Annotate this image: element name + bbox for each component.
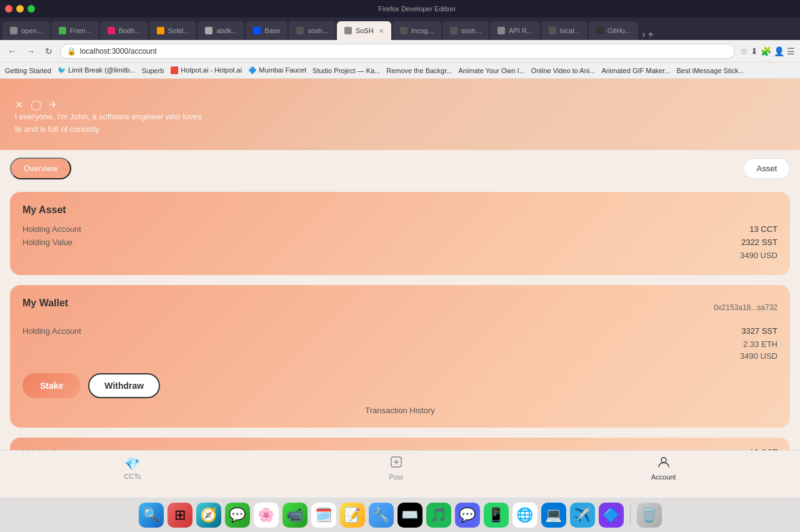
wallet-header: My Wallet 0x2153a18...sa732 <box>22 298 778 318</box>
new-tab-button[interactable]: + <box>648 29 653 40</box>
tab-8-active[interactable]: SoSH ✕ <box>337 21 391 40</box>
nav-account[interactable]: Account <box>651 455 676 481</box>
page-content: ✕ ◯ ✈ l everyone, I'm John, a software e… <box>0 79 800 520</box>
social-icons: ✕ ◯ ✈ <box>15 99 785 111</box>
bookmark-7[interactable]: Remove the Backgr... <box>386 67 452 74</box>
download-icon[interactable]: ⬇ <box>751 46 758 56</box>
tab-7[interactable]: sosh... <box>289 21 335 40</box>
tab-favicon-7 <box>296 27 304 34</box>
dock-whatsapp[interactable]: 📱 <box>484 503 509 528</box>
telegram-icon[interactable]: ✈ <box>49 99 58 111</box>
tab-3[interactable]: Bodh... <box>100 21 148 40</box>
tab-label-3: Bodh... <box>119 27 141 34</box>
star-icon[interactable]: ☆ <box>740 46 748 56</box>
instagram-icon[interactable]: ◯ <box>31 99 42 111</box>
dock-obsidian[interactable]: 🔷 <box>599 503 624 528</box>
tab-favicon-4 <box>157 27 164 34</box>
close-button[interactable] <box>5 5 12 13</box>
dock-photos[interactable]: 🌸 <box>254 503 279 528</box>
bookmark-5[interactable]: 🔷 Mumbai Faucet <box>248 66 306 74</box>
tab-9[interactable]: Incog... <box>392 21 441 40</box>
bio-line-1: l everyone, I'm John, a software enginee… <box>15 111 785 123</box>
maximize-button[interactable] <box>28 5 35 13</box>
nav-post[interactable]: Post <box>389 455 403 481</box>
dock-telegram[interactable]: ✈️ <box>570 503 595 528</box>
tab-6[interactable]: Base <box>246 21 288 40</box>
tab-label-5: abdk... <box>216 27 237 34</box>
profile-icon[interactable]: 👤 <box>774 46 784 56</box>
tab-favicon-9 <box>400 27 408 34</box>
dock-notes[interactable]: 📝 <box>340 503 365 528</box>
security-icon: 🔒 <box>67 47 76 56</box>
url-bar[interactable]: 🔒 localhost:3000/account <box>60 44 735 59</box>
holding-value-row: Holding Value 2322 SST <box>22 238 778 247</box>
ccts-label: CCTs <box>124 473 141 480</box>
dock-terminal[interactable]: ⌨️ <box>398 503 422 528</box>
tab-5[interactable]: abdk... <box>198 21 244 40</box>
dock-launchpad[interactable]: ⊞ <box>168 503 192 528</box>
tab-controls[interactable]: › + <box>642 29 654 40</box>
bookmark-1[interactable]: Getting Started <box>5 67 51 74</box>
account-icon <box>657 455 671 472</box>
holding-account-value: 13 CCT <box>749 224 778 234</box>
x-icon[interactable]: ✕ <box>15 99 23 111</box>
toolbar-icons: ☆ ⬇ 🧩 👤 ☰ <box>740 46 795 56</box>
dock-discord[interactable]: 💬 <box>455 503 480 528</box>
menu-icon[interactable]: ☰ <box>787 46 795 56</box>
tab-favicon-12 <box>549 27 556 34</box>
tab-label-12: local... <box>560 27 580 34</box>
bookmark-11[interactable]: Best iMessage Stick... <box>676 67 744 74</box>
forward-button[interactable]: → <box>24 45 38 58</box>
wallet-usd-row: 3490 USD <box>22 351 778 363</box>
withdraw-button[interactable]: Withdraw <box>88 373 160 398</box>
ccts-icon: 💎 <box>124 456 140 471</box>
tab-label-13: GitHu... <box>608 27 631 34</box>
bookmark-3[interactable]: Superb <box>142 67 164 74</box>
minimize-button[interactable] <box>16 5 24 13</box>
dock-vscode[interactable]: 💻 <box>541 503 566 528</box>
my-asset-card: My Asset Holding Account 13 CCT Holding … <box>10 192 790 275</box>
dock-spotify[interactable]: 🎵 <box>426 503 451 528</box>
traffic-lights[interactable] <box>5 5 35 13</box>
dock-xcode[interactable]: 🔧 <box>369 503 394 528</box>
browser-title: Firefox Developer Edition <box>39 5 795 13</box>
dock-finder[interactable]: 🔍 <box>139 503 164 528</box>
stake-button[interactable]: Stake <box>22 373 81 398</box>
overview-tab[interactable]: Overview <box>10 158 71 179</box>
bookmark-6[interactable]: Studio Project — Ka... <box>312 67 380 74</box>
tx-history-link[interactable]: Transaction History <box>22 406 778 415</box>
asset-tab[interactable]: Asset <box>743 158 790 179</box>
dock-trash[interactable]: 🗑️ <box>637 503 662 528</box>
dock-safari[interactable]: 🧭 <box>196 503 221 528</box>
tab-4[interactable]: Solid... <box>149 21 197 40</box>
back-button[interactable]: ← <box>5 45 19 58</box>
dock-messages[interactable]: 💬 <box>225 503 250 528</box>
tab-13[interactable]: GitHu... <box>589 21 638 40</box>
page-header: ✕ ◯ ✈ l everyone, I'm John, a software e… <box>0 79 800 150</box>
tab-12[interactable]: local... <box>541 21 588 40</box>
holding-value-usd-row: 3490 USD <box>22 251 778 263</box>
dock-calendar[interactable]: 🗓️ <box>311 503 336 528</box>
wallet-address: 0x2153a18...sa732 <box>714 303 778 312</box>
reload-button[interactable]: ↻ <box>42 45 55 58</box>
bookmark-10[interactable]: Animated GIF Maker... <box>601 67 670 74</box>
dock-chrome[interactable]: 🌐 <box>512 503 538 528</box>
wallet-holding-label: Holding Account <box>22 326 81 336</box>
bookmark-9[interactable]: Online Video to Ani... <box>531 67 596 74</box>
dock-facetime[interactable]: 📹 <box>282 503 308 528</box>
more-tabs-button[interactable]: › <box>642 29 645 40</box>
extensions-icon[interactable]: 🧩 <box>761 46 771 56</box>
bookmark-8[interactable]: Animate Your Own I... <box>458 67 524 74</box>
tab-2[interactable]: Frien... <box>51 21 99 40</box>
tab-1[interactable]: open... <box>2 21 50 40</box>
wallet-eth-row: 2.33 ETH <box>22 339 778 351</box>
bookmark-2[interactable]: 🐦 Limit Break (@limitb... <box>58 66 136 74</box>
wallet-title: My Wallet <box>22 298 68 309</box>
nav-ccts[interactable]: 💎 CCTs <box>124 456 141 480</box>
tab-10[interactable]: sosh... <box>442 21 489 40</box>
tab-close-8[interactable]: ✕ <box>379 28 384 34</box>
post-label: Post <box>389 473 403 481</box>
tab-11[interactable]: API R... <box>490 21 540 40</box>
bookmark-4[interactable]: 🟥 Hotpot.ai - Hotpot.ai <box>170 66 242 74</box>
title-bar: Firefox Developer Edition <box>0 0 800 18</box>
